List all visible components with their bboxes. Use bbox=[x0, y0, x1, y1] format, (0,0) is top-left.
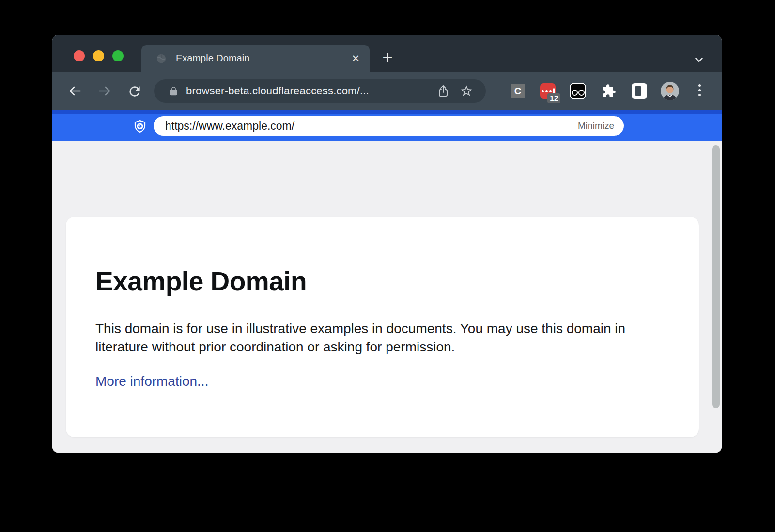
minimize-button[interactable]: Minimize bbox=[578, 121, 614, 131]
reload-icon[interactable] bbox=[127, 84, 142, 99]
goggle-lens bbox=[578, 90, 585, 96]
page-title: Example Domain bbox=[95, 267, 669, 296]
back-arrow-icon[interactable] bbox=[67, 83, 83, 99]
tab-title: Example Domain bbox=[176, 53, 249, 64]
macos-close-button[interactable] bbox=[74, 50, 85, 61]
goggles-extension-icon[interactable] bbox=[570, 83, 586, 99]
page-viewport: Example Domain This domain is for use in… bbox=[52, 141, 722, 453]
address-bar[interactable]: browser-beta.cloudflareaccess.com/... bbox=[154, 79, 486, 103]
chevron-down-icon[interactable] bbox=[693, 53, 705, 66]
star-icon[interactable] bbox=[460, 84, 473, 98]
side-panel-inner bbox=[635, 86, 641, 96]
window-controls bbox=[74, 50, 124, 61]
globe-icon bbox=[156, 53, 167, 64]
address-bar-url[interactable]: browser-beta.cloudflareaccess.com/... bbox=[186, 85, 369, 97]
menu-dot bbox=[698, 89, 701, 91]
browser-window: Example Domain ✕ + browser-beta.cloudfla… bbox=[52, 35, 722, 453]
lock-icon[interactable] bbox=[169, 86, 179, 96]
profile-avatar[interactable] bbox=[661, 82, 679, 100]
content-card: Example Domain This domain is for use in… bbox=[66, 217, 699, 437]
browser-tab[interactable]: Example Domain ✕ bbox=[141, 45, 370, 72]
avatar-image bbox=[661, 82, 679, 100]
banner-url-text[interactable]: https://www.example.com/ bbox=[165, 120, 294, 133]
scrollbar-thumb[interactable] bbox=[712, 145, 720, 408]
isolation-banner: https://www.example.com/ Minimize bbox=[52, 110, 722, 141]
macos-zoom-button[interactable] bbox=[112, 50, 124, 61]
forward-arrow-icon[interactable] bbox=[97, 83, 112, 99]
password-dot bbox=[549, 90, 552, 92]
tab-strip: Example Domain ✕ + bbox=[52, 35, 722, 72]
password-manager-extension-icon[interactable]: 12 bbox=[540, 83, 556, 99]
side-panel-icon[interactable] bbox=[632, 83, 647, 99]
share-icon[interactable] bbox=[437, 84, 449, 98]
extension-c-label: C bbox=[514, 86, 521, 97]
menu-dot bbox=[698, 94, 701, 96]
extension-badge: 12 bbox=[547, 93, 560, 103]
page-paragraph: This domain is for use in illustrative e… bbox=[95, 319, 655, 356]
password-dot bbox=[545, 90, 548, 92]
browser-menu-icon[interactable] bbox=[698, 84, 701, 96]
password-dot bbox=[542, 90, 544, 92]
shield-arrow-icon bbox=[133, 119, 147, 134]
new-tab-button[interactable]: + bbox=[379, 49, 396, 67]
more-information-link[interactable]: More information... bbox=[95, 374, 208, 389]
banner-url-field[interactable]: https://www.example.com/ Minimize bbox=[154, 116, 624, 136]
browser-toolbar: browser-beta.cloudflareaccess.com/... C … bbox=[52, 72, 722, 110]
extensions-puzzle-icon[interactable] bbox=[602, 84, 616, 98]
extension-c-icon[interactable]: C bbox=[511, 84, 525, 98]
tab-close-icon[interactable]: ✕ bbox=[351, 53, 360, 63]
macos-minimize-button[interactable] bbox=[93, 50, 104, 61]
goggle-lens bbox=[572, 90, 578, 96]
menu-dot bbox=[698, 84, 701, 87]
